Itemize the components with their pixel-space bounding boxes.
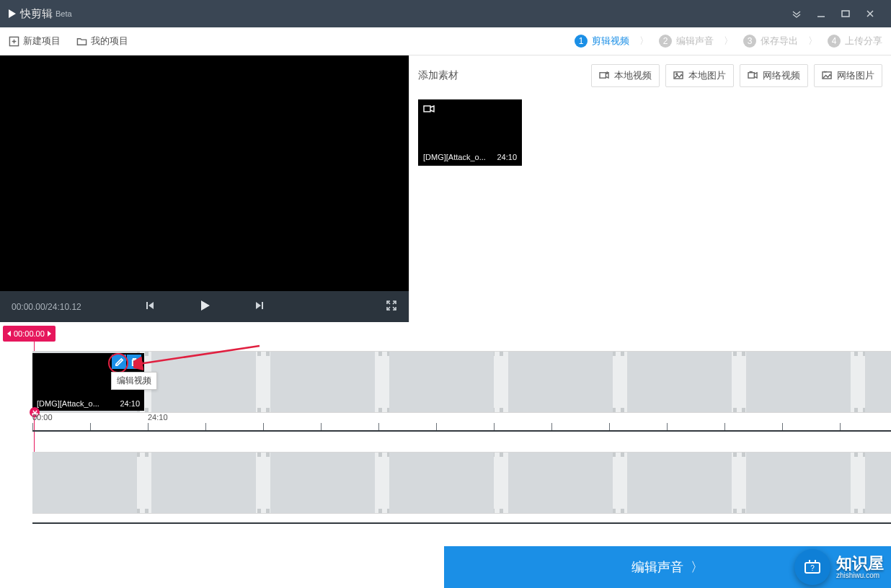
timeline-clip-duration: 24:10 <box>120 399 140 408</box>
step-label: 编辑声音 <box>676 35 714 48</box>
chevron-right-icon: 〉 <box>808 35 817 48</box>
assets-title: 添加素材 <box>418 69 458 82</box>
filmstrip-bg <box>32 352 891 412</box>
prev-button[interactable] <box>144 300 156 313</box>
filmstrip-bg <box>32 453 891 513</box>
play-button[interactable] <box>198 298 212 315</box>
watermark-brand: 知识屋 <box>836 556 884 571</box>
timeline-area: 00:00.00 编辑视频 [DMG][Attack_o... 24:10 00… <box>0 322 891 509</box>
app-name: 快剪辑 <box>20 7 53 21</box>
new-project-label: 新建项目 <box>23 35 61 48</box>
btn-label: 网络图片 <box>837 69 874 82</box>
svg-point-4 <box>676 74 678 75</box>
menu-button[interactable] <box>784 0 809 27</box>
step-label: 保存导出 <box>761 35 798 48</box>
time-ruler[interactable]: 00:00 24:10 <box>32 413 891 432</box>
step-export[interactable]: 3 保存导出 <box>743 35 798 48</box>
toolbar: 新建项目 我的项目 1 剪辑视频 〉 2 编辑声音 〉 3 保存导出 〉 4 上… <box>0 27 891 55</box>
svg-text:?: ? <box>810 564 815 572</box>
watermark-domain: zhishiwu.com <box>836 571 884 579</box>
step-edit-video[interactable]: 1 剪辑视频 <box>575 35 629 48</box>
chevron-right-icon: 〉 <box>639 35 649 48</box>
clip-name: [DMG][Attack_o... <box>423 153 486 161</box>
step-edit-audio[interactable]: 2 编辑声音 <box>659 35 714 48</box>
video-icon <box>423 103 435 116</box>
assets-panel: 添加素材 本地视频 本地图片 网络视频 网络图片 <box>409 55 891 322</box>
svg-rect-2 <box>600 73 606 78</box>
cta-label: 编辑声音 <box>631 558 683 576</box>
ruler-tick-label: 24:10 <box>148 413 168 422</box>
minimize-button[interactable] <box>809 0 833 27</box>
preview-controls: 00:00.00/24:10.12 <box>0 291 409 322</box>
app-logo-icon <box>9 9 16 18</box>
svg-rect-5 <box>748 73 754 78</box>
btn-label: 本地图片 <box>688 69 726 82</box>
edit-clip-tooltip: 编辑视频 <box>111 372 157 390</box>
watermark: ? 知识屋 zhishiwu.com <box>794 549 884 585</box>
timeline-clip[interactable]: 编辑视频 [DMG][Attack_o... 24:10 <box>32 353 144 411</box>
step-label: 剪辑视频 <box>592 35 629 48</box>
asset-list: [DMG][Attack_o... 24:10 <box>409 95 891 170</box>
add-web-video-button[interactable]: 网络视频 <box>740 64 808 87</box>
preview-panel: 00:00.00/24:10.12 <box>0 55 409 322</box>
chevron-right-icon: 〉 <box>691 558 704 576</box>
my-projects-button[interactable]: 我的项目 <box>76 35 128 48</box>
clip-duration: 24:10 <box>497 153 517 161</box>
add-local-image-button[interactable]: 本地图片 <box>665 64 734 87</box>
my-projects-label: 我的项目 <box>91 35 128 48</box>
video-track[interactable]: 编辑视频 [DMG][Attack_o... 24:10 <box>32 351 891 413</box>
step-share[interactable]: 4 上传分享 <box>828 35 882 48</box>
add-local-video-button[interactable]: 本地视频 <box>591 64 660 87</box>
title-bar: 快剪辑 Beta <box>0 0 891 27</box>
svg-rect-7 <box>424 106 430 112</box>
btn-label: 网络视频 <box>763 69 800 82</box>
next-button[interactable] <box>254 300 265 313</box>
timeline-clip-name: [DMG][Attack_o... <box>37 399 99 408</box>
audio-track[interactable] <box>32 452 891 514</box>
maximize-button[interactable] <box>833 0 858 27</box>
step-label: 上传分享 <box>845 35 882 48</box>
beta-label: Beta <box>56 9 72 18</box>
chevron-right-icon: 〉 <box>724 35 733 48</box>
watermark-logo-icon: ? <box>794 549 830 585</box>
new-project-button[interactable]: 新建项目 <box>9 35 61 48</box>
time-ruler-2[interactable] <box>32 514 891 524</box>
playhead-time: 00:00.00 <box>14 329 45 338</box>
delete-clip-button[interactable] <box>127 355 141 369</box>
btn-label: 本地视频 <box>614 69 652 82</box>
close-button[interactable] <box>858 0 882 27</box>
asset-clip[interactable]: [DMG][Attack_o... 24:10 <box>418 99 522 166</box>
step-nav: 1 剪辑视频 〉 2 编辑声音 〉 3 保存导出 〉 4 上传分享 <box>575 35 882 48</box>
svg-rect-0 <box>842 11 849 17</box>
main-area: 00:00.00/24:10.12 添加素材 本地视频 本地图片 <box>0 55 891 322</box>
add-web-image-button[interactable]: 网络图片 <box>814 64 882 87</box>
ruler-tick-label: 00:00 <box>32 413 53 422</box>
bottom-bar: 编辑声音 〉 ? 知识屋 zhishiwu.com <box>0 546 891 588</box>
edit-clip-button[interactable] <box>112 355 126 369</box>
playhead-time-tag[interactable]: 00:00.00 <box>3 326 56 342</box>
